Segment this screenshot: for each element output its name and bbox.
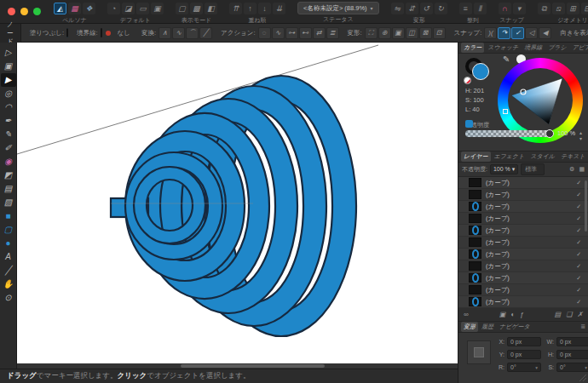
opacity-slider-knob[interactable]	[545, 129, 554, 138]
synchronize-defaults-icon[interactable]: ▭	[136, 3, 149, 14]
h-field[interactable]: 0 px	[556, 350, 588, 359]
new-layer-icon[interactable]: ▤	[555, 311, 562, 318]
window-resize-grip[interactable]	[579, 374, 586, 381]
x-field[interactable]: 0 px	[507, 337, 541, 346]
save-defaults-icon[interactable]: ◪	[122, 3, 135, 14]
blend-mode-dropdown[interactable]: 標準	[521, 163, 545, 175]
transform-separately-icon[interactable]: ◫	[406, 27, 418, 39]
scale-with-object-icon[interactable]: ▣	[392, 27, 405, 39]
flip-vertical-icon[interactable]: ⇵	[406, 3, 418, 14]
layer-thumbnail[interactable]	[469, 226, 481, 235]
layer-row[interactable]: (カーブ) ✓	[458, 201, 588, 213]
horizontal-scrollbar-thumb[interactable]	[181, 364, 325, 368]
move-to-front-icon[interactable]: ⇈	[229, 3, 242, 14]
snapping-options-chevron-icon[interactable]: ▾	[513, 3, 526, 14]
panel-menu-icon[interactable]: ≣	[580, 323, 585, 330]
snap-off-curve-icon[interactable]: ↷	[498, 27, 510, 39]
transform-panel-tab[interactable]: 履歴	[479, 322, 496, 332]
snap-to-geometry-icon[interactable]: )(	[484, 27, 497, 39]
corner-tool[interactable]: ◠	[1, 100, 16, 114]
zoom-tool[interactable]: ⊙	[1, 291, 16, 305]
show-orientation-toggle[interactable]: 向きを表示	[560, 29, 588, 37]
fill-swatch[interactable]	[472, 63, 489, 80]
shear-field[interactable]: 0°▾	[556, 363, 588, 372]
layer-visibility-check-icon[interactable]: ✓	[576, 192, 581, 198]
flip-horizontal-icon[interactable]: ⇋	[391, 3, 404, 14]
pencil-tool[interactable]: ✎	[1, 128, 16, 141]
layer-effects-icon[interactable]: ƒ	[520, 311, 523, 318]
layer-row[interactable]: (カーブ) ✓	[458, 249, 588, 260]
layer-visibility-check-icon[interactable]: ✓	[576, 215, 581, 222]
transparency-tool[interactable]: ◩	[1, 169, 16, 182]
move-backward-icon[interactable]: ↓	[258, 3, 271, 14]
layer-thumbnail[interactable]	[469, 261, 481, 271]
close-window-button[interactable]	[8, 8, 15, 15]
convert-to-sharp-icon[interactable]: ∧	[159, 27, 171, 39]
break-curve-icon[interactable]: ⊷	[299, 27, 312, 39]
layer-row[interactable]: (カーブ) ✓	[458, 296, 588, 308]
layers-panel-tab[interactable]: エフェクト	[492, 151, 527, 162]
layer-thumbnail[interactable]	[469, 285, 481, 294]
pixel-view-icon[interactable]: ▩	[190, 3, 203, 14]
node-tool[interactable]: ▶	[1, 73, 16, 87]
layer-visibility-check-icon[interactable]: ✓	[576, 299, 581, 306]
designer-persona-icon[interactable]: ◭	[54, 3, 66, 14]
y-field[interactable]: 0 px	[507, 350, 541, 359]
no-color-icon[interactable]	[464, 77, 471, 84]
snap-align-handles-icon[interactable]: ◁	[525, 27, 538, 39]
sort-path-icon[interactable]: ≣	[326, 27, 339, 39]
stroke-width-tool[interactable]: ╱	[1, 264, 16, 277]
convert-to-smooth-icon[interactable]: ∿	[172, 27, 185, 39]
transform-point-icon[interactable]: ⊕	[378, 27, 391, 39]
vector-view-icon[interactable]: ▢	[176, 3, 188, 14]
layer-thumbnail[interactable]	[469, 178, 481, 187]
layer-visibility-check-icon[interactable]: ✓	[576, 263, 581, 270]
gear-icon[interactable]: ⚙	[569, 166, 574, 173]
transform-mode-icon[interactable]: ⛶	[365, 27, 378, 39]
color-panel-tab[interactable]: スウォッチ	[485, 43, 521, 53]
point-transform-tool[interactable]: ◎	[1, 87, 16, 100]
transform-together-icon[interactable]: ⊠	[419, 27, 432, 39]
rounded-rectangle-tool[interactable]: ▢	[1, 223, 16, 237]
export-persona-icon[interactable]: ❖	[83, 3, 95, 14]
opacity-stepper[interactable]: ▴▾	[579, 129, 582, 141]
layer-thumbnail[interactable]	[469, 214, 481, 223]
layer-visibility-check-icon[interactable]: ✓	[576, 180, 581, 186]
fill-tool[interactable]: ◉	[1, 155, 16, 169]
layer-row[interactable]: (カーブ) ✓	[458, 260, 588, 272]
chevron-down-icon[interactable]: ▾	[535, 365, 538, 370]
chevron-down-icon[interactable]: ▾	[585, 365, 587, 370]
artboard-tool[interactable]: ▣	[1, 60, 16, 73]
color-panel-tab[interactable]: ブラシ	[545, 43, 569, 53]
move-tool[interactable]: ▷	[1, 46, 16, 60]
layer-visibility-check-icon[interactable]: ✓	[576, 287, 581, 294]
layer-thumbnail[interactable]	[469, 249, 481, 259]
layer-row[interactable]: (カーブ) ✓	[458, 213, 588, 225]
layers-opacity-dropdown[interactable]: 100 % ▾	[490, 164, 518, 174]
document-status-dropdown[interactable]: <名称未設定> (88.9%) ▾	[297, 2, 379, 14]
pixel-persona-icon[interactable]: ▦	[68, 3, 81, 14]
move-forward-icon[interactable]: ↑	[244, 3, 257, 14]
layer-thumbnail[interactable]	[469, 237, 481, 247]
hue-ring-marker[interactable]	[503, 109, 508, 114]
layer-visibility-check-icon[interactable]: ✓	[576, 239, 581, 246]
layer-thumbnail[interactable]	[469, 273, 481, 283]
revert-defaults-icon[interactable]: ◔	[107, 3, 120, 14]
layer-thumbnail[interactable]	[469, 297, 481, 306]
rectangle-tool[interactable]: ■	[1, 209, 16, 223]
rotation-field[interactable]: 0°▾	[507, 363, 541, 372]
move-to-back-icon[interactable]: ⇊	[273, 3, 285, 14]
convert-to-smart-icon[interactable]: ⌒	[186, 27, 199, 39]
layers-scrollbar[interactable]	[585, 180, 587, 232]
snap-on-curve-icon[interactable]: ✓	[511, 27, 524, 39]
transform-panel-tab[interactable]: 変形	[461, 322, 478, 332]
anchor-point-selector[interactable]	[467, 340, 491, 364]
mask-layer-icon[interactable]: ▣	[499, 311, 506, 318]
link-layer-icon[interactable]: ∞	[464, 311, 469, 318]
layer-visibility-check-icon[interactable]: ✓	[576, 251, 581, 258]
text-tool[interactable]: A	[1, 250, 16, 264]
document-canvas[interactable]	[17, 43, 458, 363]
opacity-slider[interactable]	[465, 130, 552, 137]
snapping-toggle-icon[interactable]: ∩	[499, 3, 511, 14]
layers-panel-tab[interactable]: スタイル	[527, 151, 557, 162]
